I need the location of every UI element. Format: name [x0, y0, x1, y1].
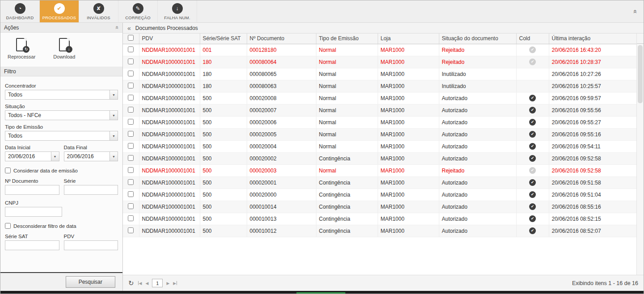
vertical-scrollbar[interactable]: [636, 34, 644, 275]
cell-situacao: Autorizado: [439, 225, 516, 237]
row-checkbox[interactable]: [128, 131, 134, 137]
table-row[interactable]: NDDMAR1000001001180000080063NormalMAR100…: [123, 80, 637, 92]
table-row[interactable]: NDDMAR1000001001500000010013Contingência…: [123, 213, 637, 225]
tab-falha-num[interactable]: ↓ FALHA NUM.: [158, 0, 197, 22]
cell-cold: ✔: [516, 189, 549, 201]
chevron-down-icon: ▼: [109, 111, 118, 120]
cell-situacao: Autorizado: [439, 92, 516, 104]
considerar-checkbox[interactable]: [5, 168, 11, 173]
table-row[interactable]: NDDMAR1000001001500000010012Contingência…: [123, 225, 637, 237]
row-checkbox[interactable]: [128, 71, 134, 76]
cell-cold: ✔: [516, 164, 549, 176]
cell-loja: MAR1000: [378, 92, 439, 104]
table-row[interactable]: NDDMAR1000001001500000020004NormalMAR100…: [123, 140, 637, 152]
cell-checkbox: [123, 140, 139, 152]
col-header-situacao[interactable]: Situação do documento: [439, 34, 516, 44]
reprocess-document-icon: ↻: [16, 38, 27, 51]
cell-emissao: Contingência: [316, 225, 378, 237]
data-final-value: 20/06/2016: [67, 153, 94, 160]
tipo-emissao-select[interactable]: Todos ▼: [5, 131, 118, 141]
desconsiderar-checkbox-row[interactable]: Desconsiderar filtro de data: [5, 223, 118, 229]
table-row[interactable]: NDDMAR1000001001001000128180NormalMAR100…: [123, 44, 637, 56]
tab-invalidos[interactable]: ✘ INVÁLIDOS: [79, 0, 118, 22]
col-header-emissao[interactable]: Tipo de Emissão: [316, 34, 378, 44]
col-header-loja[interactable]: Loja: [378, 34, 439, 44]
cell-pdv: NDDMAR1000001001: [139, 128, 200, 140]
row-checkbox[interactable]: [128, 191, 134, 197]
pesquisar-button[interactable]: Pesquisar: [66, 276, 115, 288]
tab-dashboard[interactable]: ◔ DASHBOARD: [0, 0, 40, 22]
pager-first-icon[interactable]: ◀: [138, 281, 142, 286]
table-row[interactable]: NDDMAR1000001001180000080064NormalMAR100…: [123, 56, 637, 68]
table-row[interactable]: NDDMAR1000001001500000020008NormalMAR100…: [123, 92, 637, 104]
row-checkbox[interactable]: [128, 83, 134, 88]
cell-serie: 500: [200, 213, 247, 225]
cell-documento: 000010012: [247, 225, 316, 237]
table-row[interactable]: NDDMAR1000001001500000020006NormalMAR100…: [123, 116, 637, 128]
download-button[interactable]: ↓ Download: [53, 38, 75, 59]
row-checkbox[interactable]: [128, 167, 134, 173]
download-badge-icon: ↓: [66, 46, 72, 53]
pager-last-icon[interactable]: ▶: [173, 281, 177, 286]
data-final-select[interactable]: 20/06/2016 ▼: [64, 151, 118, 161]
table-row[interactable]: NDDMAR1000001001500000020007NormalMAR100…: [123, 104, 637, 116]
tab-processados[interactable]: ✔ PROCESSADOS: [40, 0, 79, 22]
row-checkbox[interactable]: [128, 203, 134, 209]
row-checkbox[interactable]: [128, 59, 134, 64]
row-checkbox[interactable]: [128, 107, 134, 113]
row-checkbox[interactable]: [128, 179, 134, 185]
col-header-pdv[interactable]: PDV: [139, 34, 200, 44]
cell-checkbox: [123, 201, 139, 213]
cold-check-icon: ✔: [529, 227, 536, 234]
considerar-checkbox-row[interactable]: Considerar data de emissão: [5, 168, 118, 173]
cell-loja: MAR1000: [378, 56, 439, 68]
data-inicial-select[interactable]: 20/06/2016 ▼: [5, 151, 59, 161]
pager-prev-icon[interactable]: ◀: [146, 281, 149, 286]
row-checkbox[interactable]: [128, 155, 134, 161]
cell-checkbox: [123, 164, 139, 176]
refresh-icon[interactable]: ↻: [128, 279, 134, 287]
row-checkbox[interactable]: [128, 143, 134, 149]
cold-check-icon: ✔: [529, 107, 536, 113]
col-header-documento[interactable]: Nº Documento: [247, 34, 316, 44]
situacao-select[interactable]: Todos - NFCe ▼: [5, 110, 118, 120]
scrollbar-thumb[interactable]: [638, 45, 643, 103]
cell-interacao: 20/06/2016 16:43:20: [549, 44, 637, 56]
cell-interacao: 20/06/2016 10:28:37: [549, 56, 637, 68]
col-header-cold[interactable]: Cold: [516, 34, 549, 44]
col-header-interacao[interactable]: Última interação: [549, 34, 637, 44]
table-row[interactable]: NDDMAR1000001001500000020003NormalMAR100…: [123, 164, 637, 176]
table-row[interactable]: NDDMAR1000001001500000010014Contingência…: [123, 201, 637, 213]
desconsiderar-checkbox[interactable]: [5, 223, 11, 229]
table-row[interactable]: NDDMAR1000001001180000080065NormalMAR100…: [123, 68, 637, 80]
row-checkbox[interactable]: [128, 46, 134, 52]
cell-pdv: NDDMAR1000001001: [139, 80, 200, 92]
col-header-serie[interactable]: Série/Série SAT: [200, 34, 247, 44]
cnpj-input[interactable]: [5, 207, 62, 217]
table-row[interactable]: NDDMAR1000001001500000020005NormalMAR100…: [123, 128, 637, 140]
collapse-up-icon[interactable]: «: [114, 26, 121, 29]
page-number-input[interactable]: 1: [152, 279, 163, 287]
select-all-checkbox[interactable]: [128, 35, 134, 41]
row-checkbox[interactable]: [128, 215, 134, 221]
row-checkbox[interactable]: [128, 227, 134, 233]
concentrador-select[interactable]: Todos ▼: [5, 90, 118, 100]
table-row[interactable]: NDDMAR1000001001500000020000Contingência…: [123, 189, 637, 201]
serie-sat-input[interactable]: [5, 240, 59, 250]
data-inicial-label: Data Inicial: [5, 145, 59, 150]
row-checkbox[interactable]: [128, 95, 134, 101]
num-documento-input[interactable]: [5, 185, 59, 195]
tipo-emissao-label: Tipo de Emissão: [5, 124, 118, 130]
cell-serie: 180: [200, 80, 247, 92]
toolbar-collapse-icon[interactable]: «: [631, 9, 639, 13]
serie-input[interactable]: [64, 185, 118, 195]
table-row[interactable]: NDDMAR1000001001500000020001Contingência…: [123, 176, 637, 189]
row-checkbox[interactable]: [128, 119, 134, 125]
collapse-left-icon[interactable]: «: [127, 25, 131, 32]
pager-next-icon[interactable]: ▶: [166, 281, 169, 286]
tab-correcao[interactable]: ✎ CORREÇÃO: [118, 0, 158, 22]
table-row[interactable]: NDDMAR1000001001500000020002Contingência…: [123, 152, 637, 164]
cold-check-icon: ✔: [529, 155, 536, 162]
reprocessar-button[interactable]: ↻ Reprocessar: [8, 38, 35, 59]
pdv-input[interactable]: [64, 240, 118, 250]
